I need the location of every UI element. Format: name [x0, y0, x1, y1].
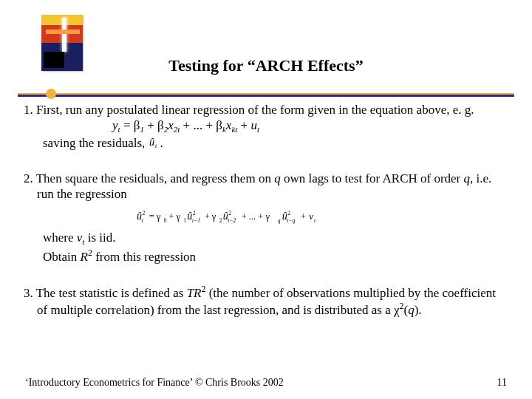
svg-text:2: 2: [193, 210, 196, 216]
svg-text:v: v: [309, 211, 313, 222]
svg-text:1: 1: [183, 217, 186, 224]
svg-text:+ ... + γ: + ... + γ: [242, 211, 270, 222]
var-chi: χ: [394, 303, 400, 317]
svg-text:û: û: [149, 137, 154, 148]
equation-image: û2t = γ0 + γ1 û2t−1 + γ2 û2t−2 + ... + γ…: [111, 209, 421, 224]
list-item: 1. First, run any postulated linear regr…: [24, 102, 508, 151]
item-text: own lags to test for ARCH of order: [281, 171, 464, 185]
svg-text:2: 2: [287, 210, 290, 216]
slide-footer: ‘Introductory Econometrics for Finance’ …: [25, 377, 507, 389]
u-hat-icon: ût: [149, 137, 160, 149]
svg-text:t−2: t−2: [228, 218, 236, 225]
obtain-line: Obtain R2 from this regression: [37, 248, 508, 265]
where-line: where vt is iid.: [37, 230, 508, 248]
equation-line: yt = β1 + β2x2t + ... + βkxkt + ut: [37, 117, 508, 135]
title-bullet-dot: [46, 89, 56, 99]
svg-text:2: 2: [228, 210, 231, 216]
item-text: First, run any postulated linear regress…: [36, 103, 474, 117]
tail-suffix: .: [160, 136, 163, 150]
svg-text:t: t: [314, 217, 316, 224]
svg-text:t: t: [154, 143, 157, 149]
svg-text:2: 2: [143, 210, 146, 216]
chi-close: ).: [415, 303, 422, 317]
svg-text:0: 0: [164, 217, 167, 224]
list-item: 2. Then square the residuals, and regres…: [24, 171, 508, 265]
obtain-suffix: from this regression: [92, 250, 196, 264]
item-text: Then square the residuals, and regress t…: [36, 171, 274, 185]
item-tail: saving the residuals, ût.: [37, 135, 508, 151]
svg-text:+ γ: + γ: [205, 211, 216, 222]
list-item: 3. The test statistic is defined as TR2 …: [24, 284, 508, 318]
svg-text:+: +: [301, 211, 306, 222]
svg-text:t: t: [142, 218, 144, 225]
svg-text:+ γ: + γ: [168, 211, 180, 222]
svg-text:= γ: = γ: [149, 211, 161, 222]
tail-prefix: saving the residuals,: [43, 136, 149, 150]
item-text: The test statistic is defined as: [36, 286, 187, 300]
item-number: 3.: [24, 286, 33, 300]
item-number: 1.: [24, 103, 33, 117]
var-q: q: [464, 171, 471, 185]
footer-text: ‘Introductory Econometrics for Finance’ …: [25, 377, 284, 388]
svg-text:t−q: t−q: [287, 218, 295, 225]
var-r: R: [81, 250, 88, 264]
slide-body: 1. First, run any postulated linear regr…: [24, 102, 508, 337]
var-tr: TR: [187, 286, 202, 300]
item-number: 2.: [24, 171, 33, 185]
svg-text:q: q: [278, 217, 281, 224]
where-suffix: is iid.: [84, 231, 115, 245]
svg-text:t−1: t−1: [192, 218, 200, 225]
svg-text:2: 2: [219, 217, 222, 224]
var-q: q: [408, 303, 415, 317]
where-prefix: where: [43, 231, 77, 245]
var-q: q: [274, 171, 281, 185]
slide-title: Testing for “ARCH Effects”: [0, 56, 532, 75]
page-number: 11: [497, 377, 507, 389]
title-underline: [18, 93, 514, 97]
obtain-prefix: Obtain: [43, 250, 81, 264]
